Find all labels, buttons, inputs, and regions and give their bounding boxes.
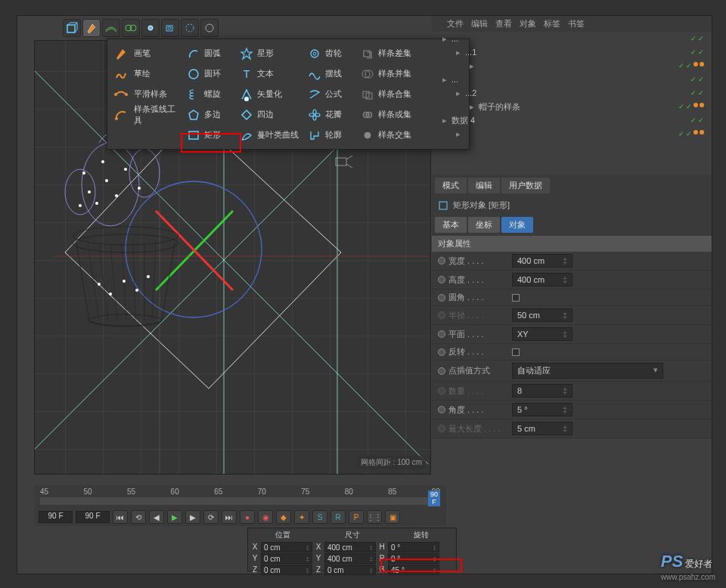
attr-反转-check[interactable]	[512, 348, 520, 356]
frame-end-input[interactable]: 90 F	[76, 511, 110, 523]
popup-or[interactable]: 样条或集	[357, 105, 417, 124]
record-button[interactable]: ●	[240, 510, 255, 524]
popup-helix[interactable]: 螺旋	[183, 85, 236, 104]
prev-frame-button[interactable]: ◀	[149, 510, 164, 524]
object-row-6[interactable]: ▸数据 4 ✓✓	[432, 113, 712, 127]
popup-smooth-label[interactable]: 平滑样条	[130, 85, 183, 104]
object-row-2[interactable]: ▸ ✓✓	[432, 59, 712, 73]
popup-flower[interactable]: 花瓣	[304, 105, 357, 124]
pen-tool[interactable]	[82, 19, 101, 37]
tab-mode[interactable]: 模式	[435, 178, 467, 193]
popup-4side[interactable]: 四边	[236, 105, 304, 124]
prev-key-button[interactable]: ⟲	[131, 510, 146, 524]
timeline-ruler: 45505560657075808590	[34, 485, 446, 496]
attr-半径-input[interactable]: 50 cm‡	[512, 308, 572, 322]
popup-formula[interactable]: 公式	[304, 85, 357, 104]
attr-宽度-input[interactable]: 400 cm‡	[512, 254, 572, 268]
popup-profile[interactable]: 轮廓	[304, 125, 357, 144]
next-key-button[interactable]: ⟳	[203, 510, 219, 524]
attr-高度-input[interactable]: 400 cm‡	[512, 273, 572, 286]
object-row-4[interactable]: ▸...2 ✓✓	[432, 86, 712, 100]
timeline[interactable]: 45505560657075808590 90 F	[34, 485, 446, 508]
tab-userdata[interactable]: 用户数据	[501, 178, 550, 193]
menu-4[interactable]: 标签	[544, 18, 560, 29]
popup-arc[interactable]: 圆弧	[183, 44, 236, 63]
object-row-0[interactable]: ▸... ✓✓	[432, 32, 712, 45]
popup-sketch-label[interactable]: 草绘	[130, 64, 183, 83]
radio-icon[interactable]	[438, 367, 445, 375]
attr-角度-input[interactable]: 5 °‡	[512, 403, 572, 416]
popup-leaf[interactable]: 蔓叶类曲线	[236, 125, 304, 144]
popup-pen[interactable]	[110, 44, 130, 63]
tab-坐标[interactable]: 坐标	[468, 217, 500, 233]
popup-mask[interactable]: 样条差集	[357, 44, 417, 63]
extrude-tool[interactable]	[102, 19, 120, 37]
popup-union[interactable]: 样条并集	[357, 64, 417, 83]
attr-平面-input[interactable]: XY‡	[512, 327, 572, 341]
object-row-3[interactable]: ▸... ✓✓	[432, 73, 712, 86]
filter-button[interactable]: ▣	[385, 510, 400, 524]
popup-text[interactable]: T文本	[236, 64, 304, 83]
size-X[interactable]: 400 cm‡	[324, 542, 376, 552]
menu-0[interactable]: 文件	[447, 18, 464, 29]
pos-Z[interactable]: 0 cm‡	[261, 565, 312, 575]
object-tree[interactable]: ▸... ✓✓ ▸...1 ✓✓ ▸ ✓✓ ▸... ✓✓ ▸...2 ✓✓ ▸…	[432, 32, 712, 141]
popup-inter[interactable]: 样条交集	[357, 125, 417, 144]
popup-vector[interactable]: 矢量化	[236, 85, 304, 104]
misc-tool-2[interactable]	[200, 19, 219, 37]
autokey-button[interactable]: ◉	[258, 510, 273, 524]
attr-最大长度-input[interactable]: 5 cm‡	[512, 422, 572, 435]
param-key-button[interactable]: P	[349, 510, 364, 524]
attr-row-角度: 角度 . . . .5 °‡	[432, 401, 712, 419]
popup-cycloid[interactable]: 摆线	[304, 64, 357, 83]
popup-nside[interactable]: 多边	[183, 105, 236, 124]
goto-start-button[interactable]: ⏮	[113, 510, 128, 524]
deformer-tool[interactable]	[122, 19, 140, 37]
pos-Y[interactable]: 0 cm‡	[261, 553, 312, 564]
rot-H[interactable]: 0 °‡	[388, 542, 439, 552]
menu-3[interactable]: 对象	[520, 18, 536, 29]
scale-key-button[interactable]: S	[312, 510, 327, 524]
pla-key-button[interactable]: ⋮⋮	[367, 510, 382, 524]
menu-2[interactable]: 查看	[495, 18, 512, 29]
play-button[interactable]: ▶	[167, 510, 182, 524]
attr-圆角-check[interactable]	[512, 294, 520, 302]
attrs-header: 对象属性	[432, 236, 712, 252]
goto-end-button[interactable]: ⏭	[222, 510, 237, 524]
timeline-track[interactable]: 90 F	[40, 497, 440, 505]
popup-arc-tool[interactable]	[110, 105, 130, 124]
object-row-5[interactable]: ▸帽子的样条 ✓✓	[432, 100, 712, 113]
tab-对象[interactable]: 对象	[501, 217, 533, 233]
popup-circle[interactable]: 圆环	[183, 64, 236, 83]
pos-key-button[interactable]: ✦	[294, 510, 309, 524]
frame-start-input[interactable]: 90 F	[39, 511, 73, 523]
misc-tool-1[interactable]	[181, 19, 199, 37]
popup-gear[interactable]: 齿轮	[304, 44, 357, 63]
attr-数量-input[interactable]: 8‡	[512, 384, 572, 398]
popup-sketch[interactable]	[110, 64, 130, 83]
pos-X[interactable]: 0 cm‡	[261, 542, 312, 552]
formula-icon	[308, 88, 321, 101]
popup-pen-label[interactable]: 画笔	[130, 44, 183, 63]
next-frame-button[interactable]: ▶	[185, 510, 200, 524]
tab-edit[interactable]: 编辑	[468, 178, 500, 193]
playhead[interactable]: 90 F	[428, 491, 440, 506]
size-Y[interactable]: 400 cm‡	[324, 553, 376, 564]
popup-smooth[interactable]	[110, 85, 130, 104]
nside-icon	[187, 108, 200, 122]
menu-1[interactable]: 编辑	[471, 18, 488, 29]
popup-arc-tool-label[interactable]: 样条弧线工具	[130, 105, 183, 124]
size-Z[interactable]: 0 cm‡	[324, 565, 376, 575]
object-row-1[interactable]: ▸...1 ✓✓	[432, 45, 712, 59]
cube-tool[interactable]	[63, 19, 81, 37]
key-all-button[interactable]: ◆	[276, 510, 291, 524]
popup-and[interactable]: 样条合集	[357, 85, 417, 104]
light-tool[interactable]	[141, 19, 160, 37]
rot-key-button[interactable]: R	[330, 510, 346, 524]
interp-value[interactable]: 自动适应▾	[512, 363, 663, 379]
object-row-7[interactable]: ▸ ✓✓	[432, 127, 712, 141]
popup-star[interactable]: 星形	[236, 44, 304, 63]
tab-基本[interactable]: 基本	[435, 217, 467, 233]
menu-5[interactable]: 书签	[568, 18, 585, 29]
camera-tool[interactable]	[161, 19, 179, 37]
